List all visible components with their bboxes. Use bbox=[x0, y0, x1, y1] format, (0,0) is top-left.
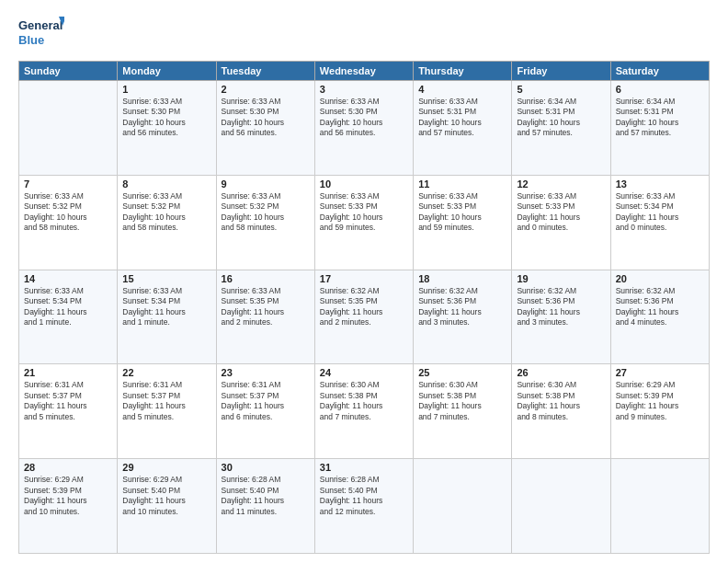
day-number: 30 bbox=[222, 462, 310, 473]
day-number: 18 bbox=[418, 273, 506, 284]
cell-content: Sunrise: 6:33 AM Sunset: 5:33 PM Dayligh… bbox=[418, 191, 506, 234]
calendar-cell: 15Sunrise: 6:33 AM Sunset: 5:34 PM Dayli… bbox=[118, 270, 216, 364]
day-number: 25 bbox=[418, 367, 506, 378]
calendar-cell: 6Sunrise: 6:34 AM Sunset: 5:31 PM Daylig… bbox=[610, 81, 709, 176]
page: General Blue SundayMondayTuesdayWednesda… bbox=[0, 0, 728, 563]
calendar-cell: 18Sunrise: 6:32 AM Sunset: 5:36 PM Dayli… bbox=[414, 270, 512, 364]
day-number: 12 bbox=[517, 178, 605, 190]
day-number: 9 bbox=[222, 178, 310, 190]
day-number: 31 bbox=[320, 462, 408, 473]
calendar-cell: 11Sunrise: 6:33 AM Sunset: 5:33 PM Dayli… bbox=[414, 175, 512, 270]
day-number: 3 bbox=[320, 84, 408, 95]
cell-content: Sunrise: 6:32 AM Sunset: 5:35 PM Dayligh… bbox=[320, 286, 408, 328]
calendar-week-2: 7Sunrise: 6:33 AM Sunset: 5:32 PM Daylig… bbox=[19, 175, 710, 270]
cell-content: Sunrise: 6:33 AM Sunset: 5:34 PM Dayligh… bbox=[616, 191, 704, 234]
cell-content: Sunrise: 6:29 AM Sunset: 5:40 PM Dayligh… bbox=[122, 475, 210, 517]
day-number: 15 bbox=[122, 273, 210, 284]
cell-content: Sunrise: 6:30 AM Sunset: 5:38 PM Dayligh… bbox=[517, 380, 605, 422]
day-number: 28 bbox=[24, 462, 112, 473]
calendar-cell: 22Sunrise: 6:31 AM Sunset: 5:37 PM Dayli… bbox=[118, 364, 216, 459]
day-number: 4 bbox=[418, 84, 506, 95]
cell-content: Sunrise: 6:32 AM Sunset: 5:36 PM Dayligh… bbox=[517, 286, 605, 328]
calendar-cell: 21Sunrise: 6:31 AM Sunset: 5:37 PM Dayli… bbox=[19, 364, 118, 459]
cell-content: Sunrise: 6:31 AM Sunset: 5:37 PM Dayligh… bbox=[122, 380, 210, 422]
cell-content: Sunrise: 6:29 AM Sunset: 5:39 PM Dayligh… bbox=[24, 475, 112, 517]
day-number: 27 bbox=[616, 367, 704, 378]
calendar-cell: 1Sunrise: 6:33 AM Sunset: 5:30 PM Daylig… bbox=[118, 81, 216, 176]
calendar-cell: 29Sunrise: 6:29 AM Sunset: 5:40 PM Dayli… bbox=[118, 459, 216, 554]
day-number: 2 bbox=[222, 84, 310, 95]
column-header-saturday: Saturday bbox=[610, 62, 709, 81]
cell-content: Sunrise: 6:33 AM Sunset: 5:33 PM Dayligh… bbox=[320, 191, 408, 234]
calendar-week-1: 1Sunrise: 6:33 AM Sunset: 5:30 PM Daylig… bbox=[19, 81, 710, 176]
cell-content: Sunrise: 6:33 AM Sunset: 5:32 PM Dayligh… bbox=[122, 191, 210, 234]
day-number: 6 bbox=[616, 84, 704, 95]
calendar-cell: 28Sunrise: 6:29 AM Sunset: 5:39 PM Dayli… bbox=[19, 459, 118, 554]
calendar-cell: 19Sunrise: 6:32 AM Sunset: 5:36 PM Dayli… bbox=[512, 270, 610, 364]
day-number: 23 bbox=[222, 367, 310, 378]
day-number: 14 bbox=[24, 273, 112, 284]
cell-content: Sunrise: 6:34 AM Sunset: 5:31 PM Dayligh… bbox=[616, 97, 704, 139]
calendar-cell: 2Sunrise: 6:33 AM Sunset: 5:30 PM Daylig… bbox=[216, 81, 314, 176]
cell-content: Sunrise: 6:31 AM Sunset: 5:37 PM Dayligh… bbox=[24, 380, 112, 422]
day-number: 13 bbox=[616, 178, 704, 190]
cell-content: Sunrise: 6:33 AM Sunset: 5:30 PM Dayligh… bbox=[320, 97, 408, 139]
calendar-cell: 31Sunrise: 6:28 AM Sunset: 5:40 PM Dayli… bbox=[314, 459, 413, 554]
calendar-cell: 30Sunrise: 6:28 AM Sunset: 5:40 PM Dayli… bbox=[216, 459, 314, 554]
day-number: 29 bbox=[122, 462, 210, 473]
day-number: 10 bbox=[320, 178, 408, 190]
cell-content: Sunrise: 6:29 AM Sunset: 5:39 PM Dayligh… bbox=[616, 380, 704, 422]
calendar-cell: 16Sunrise: 6:33 AM Sunset: 5:35 PM Dayli… bbox=[216, 270, 314, 364]
day-number: 11 bbox=[418, 178, 506, 190]
column-header-friday: Friday bbox=[512, 62, 610, 81]
day-number: 24 bbox=[320, 367, 408, 378]
cell-content: Sunrise: 6:28 AM Sunset: 5:40 PM Dayligh… bbox=[320, 475, 408, 517]
calendar-cell: 14Sunrise: 6:33 AM Sunset: 5:34 PM Dayli… bbox=[19, 270, 118, 364]
cell-content: Sunrise: 6:30 AM Sunset: 5:38 PM Dayligh… bbox=[418, 380, 506, 422]
day-number: 1 bbox=[122, 84, 210, 95]
calendar-cell bbox=[414, 459, 512, 554]
calendar-cell bbox=[19, 81, 118, 176]
cell-content: Sunrise: 6:30 AM Sunset: 5:38 PM Dayligh… bbox=[320, 380, 408, 422]
cell-content: Sunrise: 6:33 AM Sunset: 5:32 PM Dayligh… bbox=[222, 191, 310, 234]
day-number: 8 bbox=[122, 178, 210, 190]
day-number: 5 bbox=[517, 84, 605, 95]
calendar-cell: 20Sunrise: 6:32 AM Sunset: 5:36 PM Dayli… bbox=[610, 270, 709, 364]
column-header-monday: Monday bbox=[118, 62, 216, 81]
calendar-week-3: 14Sunrise: 6:33 AM Sunset: 5:34 PM Dayli… bbox=[19, 270, 710, 364]
calendar-cell: 17Sunrise: 6:32 AM Sunset: 5:35 PM Dayli… bbox=[314, 270, 413, 364]
calendar-cell: 3Sunrise: 6:33 AM Sunset: 5:30 PM Daylig… bbox=[314, 81, 413, 176]
svg-text:General: General bbox=[18, 18, 63, 32]
calendar-cell: 5Sunrise: 6:34 AM Sunset: 5:31 PM Daylig… bbox=[512, 81, 610, 176]
calendar-cell: 24Sunrise: 6:30 AM Sunset: 5:38 PM Dayli… bbox=[314, 364, 413, 459]
day-number: 17 bbox=[320, 273, 408, 284]
cell-content: Sunrise: 6:33 AM Sunset: 5:34 PM Dayligh… bbox=[122, 286, 210, 328]
calendar-cell: 27Sunrise: 6:29 AM Sunset: 5:39 PM Dayli… bbox=[610, 364, 709, 459]
calendar-header-row: SundayMondayTuesdayWednesdayThursdayFrid… bbox=[19, 62, 710, 81]
cell-content: Sunrise: 6:28 AM Sunset: 5:40 PM Dayligh… bbox=[222, 475, 310, 517]
column-header-tuesday: Tuesday bbox=[216, 62, 314, 81]
day-number: 19 bbox=[517, 273, 605, 284]
day-number: 22 bbox=[122, 367, 210, 378]
cell-content: Sunrise: 6:34 AM Sunset: 5:31 PM Dayligh… bbox=[517, 97, 605, 139]
logo-svg: General Blue bbox=[18, 15, 64, 53]
calendar-cell bbox=[512, 459, 610, 554]
cell-content: Sunrise: 6:33 AM Sunset: 5:34 PM Dayligh… bbox=[24, 286, 112, 328]
cell-content: Sunrise: 6:32 AM Sunset: 5:36 PM Dayligh… bbox=[616, 286, 704, 328]
calendar-week-4: 21Sunrise: 6:31 AM Sunset: 5:37 PM Dayli… bbox=[19, 364, 710, 459]
calendar-cell bbox=[610, 459, 709, 554]
header: General Blue bbox=[18, 15, 710, 53]
calendar-cell: 23Sunrise: 6:31 AM Sunset: 5:37 PM Dayli… bbox=[216, 364, 314, 459]
cell-content: Sunrise: 6:33 AM Sunset: 5:35 PM Dayligh… bbox=[222, 286, 310, 328]
day-number: 7 bbox=[24, 178, 112, 190]
calendar-cell: 9Sunrise: 6:33 AM Sunset: 5:32 PM Daylig… bbox=[216, 175, 314, 270]
cell-content: Sunrise: 6:33 AM Sunset: 5:30 PM Dayligh… bbox=[222, 97, 310, 139]
day-number: 21 bbox=[24, 367, 112, 378]
day-number: 20 bbox=[616, 273, 704, 284]
calendar-cell: 7Sunrise: 6:33 AM Sunset: 5:32 PM Daylig… bbox=[19, 175, 118, 270]
cell-content: Sunrise: 6:33 AM Sunset: 5:32 PM Dayligh… bbox=[24, 191, 112, 234]
cell-content: Sunrise: 6:32 AM Sunset: 5:36 PM Dayligh… bbox=[418, 286, 506, 328]
day-number: 26 bbox=[517, 367, 605, 378]
day-number: 16 bbox=[222, 273, 310, 284]
calendar-cell: 10Sunrise: 6:33 AM Sunset: 5:33 PM Dayli… bbox=[314, 175, 413, 270]
